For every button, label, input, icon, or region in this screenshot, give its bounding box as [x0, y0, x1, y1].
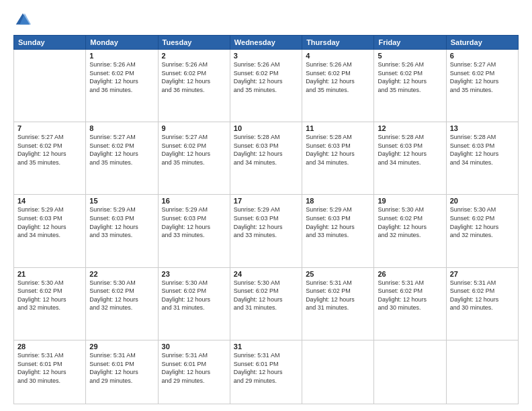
cell-info: Sunrise: 5:28 AM Sunset: 6:03 PM Dayligh… — [234, 133, 298, 167]
header — [13, 11, 519, 30]
calendar-cell: 27Sunrise: 5:31 AM Sunset: 6:02 PM Dayli… — [446, 267, 518, 340]
calendar-cell: 1Sunrise: 5:26 AM Sunset: 6:02 PM Daylig… — [86, 50, 158, 122]
calendar-cell: 10Sunrise: 5:28 AM Sunset: 6:03 PM Dayli… — [230, 122, 302, 195]
weekday-header: Thursday — [302, 36, 374, 50]
cell-info: Sunrise: 5:29 AM Sunset: 6:03 PM Dayligh… — [306, 205, 370, 239]
calendar-cell: 31Sunrise: 5:31 AM Sunset: 6:01 PM Dayli… — [230, 340, 302, 404]
day-number: 3 — [234, 52, 298, 60]
calendar-week-row: 28Sunrise: 5:31 AM Sunset: 6:01 PM Dayli… — [14, 340, 519, 404]
cell-info: Sunrise: 5:29 AM Sunset: 6:03 PM Dayligh… — [234, 205, 298, 239]
calendar-table: SundayMondayTuesdayWednesdayThursdayFrid… — [13, 35, 519, 404]
cell-info: Sunrise: 5:27 AM Sunset: 6:02 PM Dayligh… — [17, 133, 82, 167]
cell-info: Sunrise: 5:31 AM Sunset: 6:01 PM Dayligh… — [17, 351, 82, 385]
day-number: 20 — [450, 197, 515, 205]
cell-info: Sunrise: 5:29 AM Sunset: 6:03 PM Dayligh… — [162, 205, 226, 239]
day-number: 24 — [234, 270, 298, 278]
cell-info: Sunrise: 5:26 AM Sunset: 6:02 PM Dayligh… — [378, 60, 442, 94]
cell-info: Sunrise: 5:31 AM Sunset: 6:02 PM Dayligh… — [450, 279, 515, 312]
day-number: 7 — [17, 124, 82, 132]
day-number: 29 — [89, 342, 154, 351]
cell-info: Sunrise: 5:31 AM Sunset: 6:01 PM Dayligh… — [234, 351, 298, 385]
calendar-week-row: 7Sunrise: 5:27 AM Sunset: 6:02 PM Daylig… — [14, 122, 519, 195]
logo — [13, 11, 35, 30]
calendar-cell: 12Sunrise: 5:28 AM Sunset: 6:03 PM Dayli… — [374, 122, 446, 195]
cell-info: Sunrise: 5:26 AM Sunset: 6:02 PM Dayligh… — [162, 60, 226, 94]
day-number: 8 — [89, 124, 154, 132]
day-number: 1 — [89, 52, 154, 60]
day-number: 21 — [17, 270, 82, 278]
cell-info: Sunrise: 5:31 AM Sunset: 6:01 PM Dayligh… — [162, 351, 226, 385]
calendar-cell: 6Sunrise: 5:27 AM Sunset: 6:02 PM Daylig… — [446, 50, 518, 122]
cell-info: Sunrise: 5:29 AM Sunset: 6:03 PM Dayligh… — [17, 205, 82, 239]
day-number: 13 — [450, 124, 515, 132]
day-number: 9 — [162, 124, 226, 132]
logo-icon — [13, 11, 32, 30]
cell-info: Sunrise: 5:27 AM Sunset: 6:02 PM Dayligh… — [450, 60, 515, 94]
cell-info: Sunrise: 5:30 AM Sunset: 6:02 PM Dayligh… — [450, 205, 515, 239]
day-number: 22 — [89, 270, 154, 278]
weekday-header: Monday — [86, 36, 158, 50]
cell-info: Sunrise: 5:30 AM Sunset: 6:02 PM Dayligh… — [17, 279, 82, 312]
day-number: 12 — [378, 124, 442, 132]
day-number: 31 — [234, 342, 298, 351]
calendar-cell: 22Sunrise: 5:30 AM Sunset: 6:02 PM Dayli… — [86, 267, 158, 340]
calendar-cell: 4Sunrise: 5:26 AM Sunset: 6:02 PM Daylig… — [302, 50, 374, 122]
cell-info: Sunrise: 5:31 AM Sunset: 6:02 PM Dayligh… — [306, 279, 370, 312]
cell-info: Sunrise: 5:31 AM Sunset: 6:01 PM Dayligh… — [89, 351, 154, 385]
weekday-header: Wednesday — [230, 36, 302, 50]
calendar-cell: 5Sunrise: 5:26 AM Sunset: 6:02 PM Daylig… — [374, 50, 446, 122]
day-number: 5 — [378, 52, 442, 60]
cell-info: Sunrise: 5:27 AM Sunset: 6:02 PM Dayligh… — [162, 133, 226, 167]
calendar-cell: 2Sunrise: 5:26 AM Sunset: 6:02 PM Daylig… — [158, 50, 230, 122]
calendar-cell: 30Sunrise: 5:31 AM Sunset: 6:01 PM Dayli… — [158, 340, 230, 404]
weekday-header: Friday — [374, 36, 446, 50]
calendar-cell: 28Sunrise: 5:31 AM Sunset: 6:01 PM Dayli… — [14, 340, 86, 404]
calendar-cell: 16Sunrise: 5:29 AM Sunset: 6:03 PM Dayli… — [158, 195, 230, 267]
cell-info: Sunrise: 5:26 AM Sunset: 6:02 PM Dayligh… — [89, 60, 154, 94]
cell-info: Sunrise: 5:31 AM Sunset: 6:02 PM Dayligh… — [378, 279, 442, 312]
day-number: 6 — [450, 52, 515, 60]
weekday-header: Saturday — [446, 36, 518, 50]
calendar-cell: 20Sunrise: 5:30 AM Sunset: 6:02 PM Dayli… — [446, 195, 518, 267]
calendar-cell: 9Sunrise: 5:27 AM Sunset: 6:02 PM Daylig… — [158, 122, 230, 195]
calendar-cell: 26Sunrise: 5:31 AM Sunset: 6:02 PM Dayli… — [374, 267, 446, 340]
calendar-cell: 7Sunrise: 5:27 AM Sunset: 6:02 PM Daylig… — [14, 122, 86, 195]
cell-info: Sunrise: 5:28 AM Sunset: 6:03 PM Dayligh… — [378, 133, 442, 167]
calendar-header-row: SundayMondayTuesdayWednesdayThursdayFrid… — [14, 36, 519, 50]
day-number: 27 — [450, 270, 515, 278]
calendar-week-row: 14Sunrise: 5:29 AM Sunset: 6:03 PM Dayli… — [14, 195, 519, 267]
day-number: 26 — [378, 270, 442, 278]
calendar-cell — [374, 340, 446, 404]
day-number: 10 — [234, 124, 298, 132]
calendar-cell — [446, 340, 518, 404]
calendar-week-row: 21Sunrise: 5:30 AM Sunset: 6:02 PM Dayli… — [14, 267, 519, 340]
cell-info: Sunrise: 5:26 AM Sunset: 6:02 PM Dayligh… — [306, 60, 370, 94]
day-number: 23 — [162, 270, 226, 278]
day-number: 11 — [306, 124, 370, 132]
day-number: 14 — [17, 197, 82, 205]
cell-info: Sunrise: 5:30 AM Sunset: 6:02 PM Dayligh… — [89, 279, 154, 312]
calendar-cell: 23Sunrise: 5:30 AM Sunset: 6:02 PM Dayli… — [158, 267, 230, 340]
calendar-cell: 19Sunrise: 5:30 AM Sunset: 6:02 PM Dayli… — [374, 195, 446, 267]
calendar-cell: 8Sunrise: 5:27 AM Sunset: 6:02 PM Daylig… — [86, 122, 158, 195]
calendar-cell: 29Sunrise: 5:31 AM Sunset: 6:01 PM Dayli… — [86, 340, 158, 404]
calendar-cell — [14, 50, 86, 122]
calendar-cell: 17Sunrise: 5:29 AM Sunset: 6:03 PM Dayli… — [230, 195, 302, 267]
day-number: 18 — [306, 197, 370, 205]
day-number: 28 — [17, 342, 82, 351]
day-number: 17 — [234, 197, 298, 205]
cell-info: Sunrise: 5:28 AM Sunset: 6:03 PM Dayligh… — [450, 133, 515, 167]
day-number: 2 — [162, 52, 226, 60]
calendar-cell: 24Sunrise: 5:30 AM Sunset: 6:02 PM Dayli… — [230, 267, 302, 340]
cell-info: Sunrise: 5:27 AM Sunset: 6:02 PM Dayligh… — [89, 133, 154, 167]
calendar-cell: 3Sunrise: 5:26 AM Sunset: 6:02 PM Daylig… — [230, 50, 302, 122]
cell-info: Sunrise: 5:28 AM Sunset: 6:03 PM Dayligh… — [306, 133, 370, 167]
cell-info: Sunrise: 5:26 AM Sunset: 6:02 PM Dayligh… — [234, 60, 298, 94]
day-number: 25 — [306, 270, 370, 278]
cell-info: Sunrise: 5:30 AM Sunset: 6:02 PM Dayligh… — [378, 205, 442, 239]
calendar-cell: 18Sunrise: 5:29 AM Sunset: 6:03 PM Dayli… — [302, 195, 374, 267]
calendar-cell: 15Sunrise: 5:29 AM Sunset: 6:03 PM Dayli… — [86, 195, 158, 267]
calendar-cell — [302, 340, 374, 404]
day-number: 15 — [89, 197, 154, 205]
day-number: 4 — [306, 52, 370, 60]
